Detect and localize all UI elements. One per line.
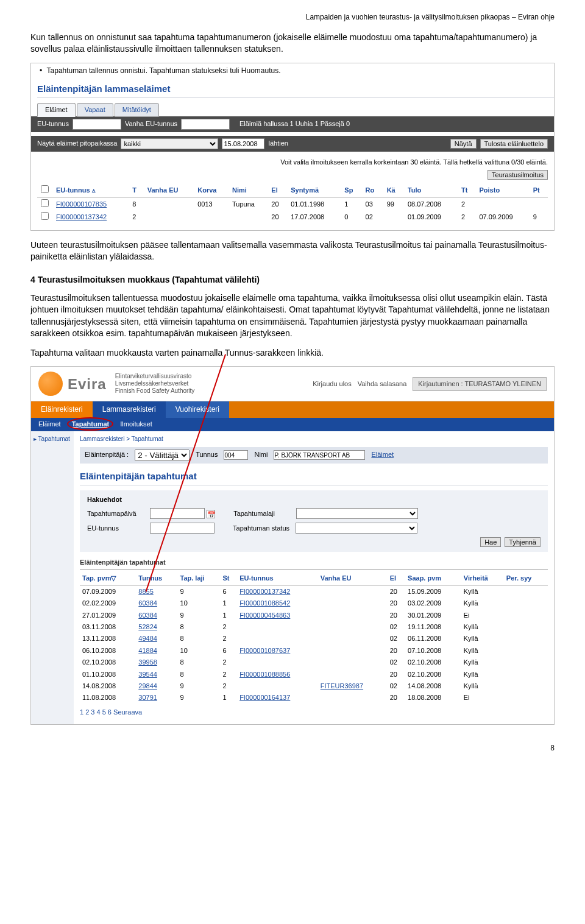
link-tunnus[interactable]: 39544: [138, 671, 157, 678]
side-item-tapahtumat[interactable]: ▸ Tapahtumat: [34, 435, 71, 443]
col-header[interactable]: Syntymä: [287, 183, 341, 198]
table-cell: [37, 211, 52, 224]
select-owner[interactable]: 2 - Välittäjä: [135, 450, 190, 461]
label-show: Näytä eläimet pitopaikassa: [37, 139, 117, 148]
col-header[interactable]: Saap. pvm: [405, 572, 461, 585]
col-header[interactable]: El: [268, 183, 287, 198]
table-cell: Tupuna: [229, 197, 268, 211]
col-header[interactable]: T: [129, 183, 144, 198]
col-header[interactable]: Nimi: [229, 183, 268, 198]
select-tap-status[interactable]: [296, 523, 417, 534]
input-date[interactable]: [222, 138, 264, 149]
table-cell: 18.08.2008: [405, 692, 461, 704]
link-change-pw[interactable]: Vaihda salasana: [358, 379, 407, 389]
link-eutunnus[interactable]: FI000001088856: [239, 671, 290, 678]
subnav-tapahtumat[interactable]: Tapahtumat: [72, 420, 110, 429]
link-eutunnus[interactable]: FI000000137342: [239, 588, 290, 595]
row-checkbox[interactable]: [41, 199, 49, 207]
tab-mitatoidyt[interactable]: Mitätöidyt: [115, 103, 159, 117]
row-checkbox[interactable]: [41, 212, 49, 220]
table-cell: 02.10.2008: [405, 669, 461, 680]
table-cell: 60384: [136, 598, 177, 609]
link-tunnus[interactable]: 39958: [138, 658, 157, 666]
select-pitopaikka[interactable]: kaikki: [121, 138, 218, 149]
link-tunnus[interactable]: 29844: [138, 682, 157, 689]
btn-teurastusilmoitus[interactable]: Teurastusilmoitus: [488, 170, 548, 180]
table-cell: 11.08.2008: [80, 692, 136, 704]
col-header[interactable]: Ro: [362, 183, 383, 198]
col-header[interactable]: EU-tunnus ▵: [52, 183, 129, 198]
subnav-elaimet[interactable]: Eläimet: [38, 420, 61, 429]
col-header[interactable]: Kä: [383, 183, 404, 198]
input-eutunnus[interactable]: [150, 523, 214, 534]
tab-elainrekisteri[interactable]: Eläinrekisteri: [31, 401, 93, 418]
input-vanha-eu[interactable]: [181, 119, 230, 130]
tab-elaimet[interactable]: Eläimet: [37, 103, 76, 117]
link-tunnus[interactable]: 60384: [138, 612, 157, 619]
table-cell: 6: [221, 585, 238, 598]
table-cell: 03: [362, 197, 383, 211]
link-eutunnus[interactable]: FI000000164137: [239, 694, 290, 701]
col-header[interactable]: Vanha EU: [318, 572, 388, 585]
table-row: 27.01.20096038491FI0000004548632030.01.2…: [80, 610, 548, 621]
table-cell: [318, 657, 388, 668]
link-eu-tunnus[interactable]: FI000000137342: [56, 213, 107, 220]
link-tunnus[interactable]: 49484: [138, 635, 157, 642]
filter-bar-1: EU-tunnus Vanha EU-tunnus Eläimiä hallus…: [31, 116, 554, 132]
link-elaimet[interactable]: Eläimet: [371, 450, 394, 459]
tab-lammasrekisteri[interactable]: Lammasrekisteri: [93, 401, 166, 418]
calendar-icon[interactable]: 📅: [207, 510, 215, 518]
table-cell: [383, 211, 404, 224]
link-eutunnus[interactable]: FI000001088542: [239, 599, 290, 607]
col-header[interactable]: Per. syy: [504, 572, 548, 585]
tab-vapaat[interactable]: Vapaat: [77, 103, 113, 117]
btn-nayta[interactable]: Näytä: [450, 139, 477, 149]
paging[interactable]: 1 2 3 4 5 6 Seuraava: [80, 704, 548, 721]
link-eutunnus[interactable]: FI000001087637: [239, 647, 290, 654]
subnav-ilmoitukset[interactable]: Ilmoitukset: [120, 420, 152, 429]
paragraph-uuteen: Uuteen teurastusilmoituksen pääsee talle…: [30, 239, 555, 263]
input-owner-tunnus[interactable]: [224, 450, 248, 460]
link-eu-tunnus[interactable]: FI000000107835: [56, 200, 107, 208]
col-header[interactable]: Pt: [530, 183, 548, 198]
col-header[interactable]: Tulo: [404, 183, 458, 198]
input-tapahtumapaiva[interactable]: [150, 508, 205, 519]
col-header[interactable]: St: [221, 572, 238, 585]
table-cell: 0: [341, 211, 361, 224]
evira-logo-name: Evira: [68, 374, 107, 395]
col-checkbox[interactable]: [37, 183, 52, 198]
link-tunnus[interactable]: 52824: [138, 623, 157, 630]
btn-tulosta[interactable]: Tulosta eläinluettelo: [480, 139, 548, 149]
select-tapahtumalaji[interactable]: [296, 508, 418, 519]
input-eu-tunnus[interactable]: [73, 119, 121, 130]
tab-vuohirekisteri[interactable]: Vuohirekisteri: [166, 401, 229, 418]
btn-hae[interactable]: Hae: [480, 537, 501, 547]
col-header[interactable]: Vanha EU: [144, 183, 194, 198]
col-header[interactable]: Korva: [194, 183, 229, 198]
col-header[interactable]: Sp: [341, 183, 361, 198]
col-header[interactable]: Tunnus: [136, 572, 177, 585]
link-logout[interactable]: Kirjaudu ulos: [313, 379, 352, 389]
col-header[interactable]: EU-tunnus: [237, 572, 318, 585]
col-header[interactable]: El: [388, 572, 405, 585]
table-cell: Ei: [461, 610, 504, 621]
link-tunnus[interactable]: 30791: [138, 694, 157, 701]
link-eutunnus[interactable]: FI000000454863: [239, 612, 290, 619]
link-tunnus[interactable]: 60384: [138, 599, 157, 607]
btn-tyhjenna[interactable]: Tyhjennä: [505, 537, 541, 547]
page-number: 8: [30, 743, 555, 753]
table-cell: 2: [221, 657, 238, 668]
col-header[interactable]: Poisto: [475, 183, 529, 198]
col-header[interactable]: Virheitä: [461, 572, 504, 585]
link-eutunnus[interactable]: FITEUR36987: [321, 682, 363, 689]
table-cell: [194, 211, 229, 224]
col-header[interactable]: Tt: [458, 183, 475, 198]
input-owner-nimi[interactable]: [274, 450, 365, 460]
checkbox-all[interactable]: [41, 185, 49, 193]
table-cell: FI000001087637: [237, 645, 318, 657]
link-tunnus[interactable]: 41884: [138, 647, 157, 654]
col-header[interactable]: Tap. pvm▽: [80, 572, 136, 585]
table-cell: 20: [388, 669, 405, 680]
col-header[interactable]: Tap. laji: [178, 572, 221, 585]
label-nimi: Nimi: [254, 450, 268, 459]
